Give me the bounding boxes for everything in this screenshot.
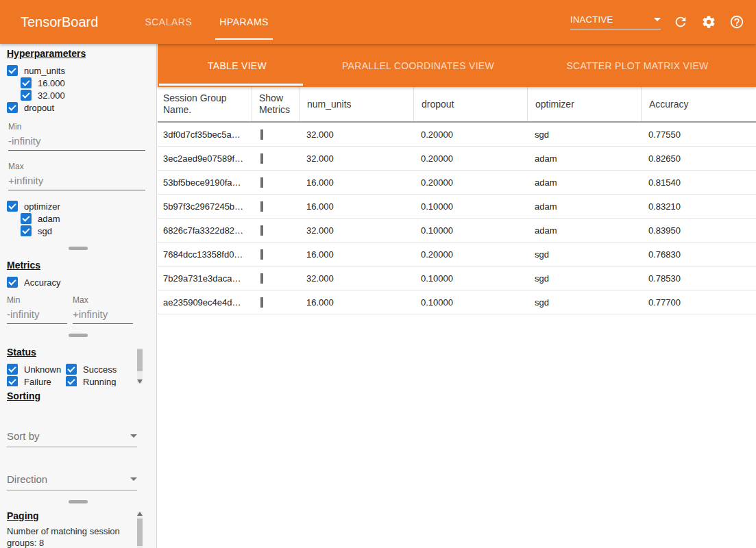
cell-num-units: 32.000 <box>299 129 413 140</box>
cell-optimizer: adam <box>527 153 641 164</box>
reload-mode-select[interactable]: INACTIVE <box>570 14 661 29</box>
hparam-dropout-label: dropout <box>24 103 54 113</box>
cell-num-units: 16.000 <box>299 297 413 308</box>
option-label: adam <box>38 214 60 224</box>
sort-by-select[interactable]: Sort by <box>7 427 137 447</box>
status-label: Unknown <box>24 364 61 375</box>
show-metrics-checkbox[interactable] <box>260 225 263 236</box>
dropout-max-field: Max <box>8 162 148 190</box>
cell-accuracy: 0.83210 <box>641 201 756 212</box>
hparam-num-units-option-32-row[interactable]: 32.000 <box>21 89 149 101</box>
hparam-num-units-row[interactable]: num_units <box>7 64 149 77</box>
nav-tab-scalars[interactable]: SCALARS <box>131 0 206 44</box>
checkbox-checked-icon[interactable] <box>66 376 77 386</box>
settings-button[interactable] <box>700 14 717 30</box>
tab-parallel-coordinates-view[interactable]: PARALLEL COORDINATES VIEW <box>317 44 520 87</box>
checkbox-checked-icon[interactable] <box>21 225 32 236</box>
show-metrics-checkbox[interactable] <box>260 249 263 260</box>
metric-accuracy-row[interactable]: Accuracy <box>7 276 149 288</box>
show-metrics-checkbox[interactable] <box>260 153 263 164</box>
cell-dropout: 0.10000 <box>413 273 527 284</box>
checkbox-checked-icon[interactable] <box>7 364 18 375</box>
status-heading: Status <box>7 347 149 358</box>
checkbox-checked-icon[interactable] <box>7 102 18 113</box>
cell-show-metrics <box>252 129 299 140</box>
cell-session-group-name: 53bf5bece9190fa… <box>158 177 252 188</box>
sorting-heading: Sorting <box>7 390 149 401</box>
table-row: 3ec2aed9e07589f… 32.000 0.20000 adam 0.8… <box>158 147 756 171</box>
hparam-optimizer-option-sgd-row[interactable]: sgd <box>21 225 149 237</box>
nav-tab-hparams[interactable]: HPARAMS <box>206 0 282 44</box>
help-icon <box>729 14 744 29</box>
cell-dropout: 0.10000 <box>413 225 527 236</box>
show-metrics-checkbox[interactable] <box>260 297 263 308</box>
pane-resize-handle[interactable] <box>69 500 88 503</box>
cell-dropout: 0.20000 <box>413 177 527 188</box>
status-scrollbar[interactable] <box>137 348 143 384</box>
status-label: Running <box>83 377 116 387</box>
scrollbar-thumb[interactable] <box>137 519 143 546</box>
hparam-num-units-option-16-row[interactable]: 16.000 <box>21 77 149 89</box>
cell-num-units: 32.000 <box>299 153 413 164</box>
checkbox-checked-icon[interactable] <box>21 77 32 88</box>
tab-table-view[interactable]: TABLE VIEW <box>158 44 317 87</box>
checkbox-checked-icon[interactable] <box>7 201 18 212</box>
show-metrics-checkbox[interactable] <box>260 177 263 188</box>
show-metrics-checkbox[interactable] <box>260 201 263 212</box>
pane-resize-handle[interactable] <box>69 334 88 337</box>
help-button[interactable] <box>729 14 745 30</box>
direction-select[interactable]: Direction <box>7 471 137 490</box>
checkbox-checked-icon[interactable] <box>7 277 18 288</box>
show-metrics-checkbox[interactable] <box>260 129 263 140</box>
paging-scrollbar[interactable] <box>137 512 143 548</box>
hparam-optimizer-option-adam-row[interactable]: adam <box>21 212 149 225</box>
table-row: 7684dcc13358fd0… 16.000 0.20000 sgd 0.76… <box>158 242 756 266</box>
refresh-icon <box>673 14 688 29</box>
checkbox-checked-icon[interactable] <box>7 376 18 386</box>
sorting-pane: Sorting Sort by Direction <box>0 386 156 495</box>
dropout-min-input[interactable] <box>8 133 145 151</box>
status-unknown-row[interactable]: Unknown <box>7 363 66 375</box>
pane-resize-handle[interactable] <box>69 247 88 250</box>
cell-dropout: 0.20000 <box>413 249 527 260</box>
scroll-down-icon[interactable] <box>137 379 143 384</box>
metric-min-field: Min <box>7 295 67 324</box>
metrics-heading: Metrics <box>7 260 149 271</box>
table-row: ae235909ec4e4d… 16.000 0.10000 sgd 0.777… <box>158 290 756 314</box>
scroll-up-icon[interactable] <box>137 512 143 516</box>
hparam-num-units-label: num_units <box>24 66 65 76</box>
paging-summary: Number of matching session groups: 8 <box>7 525 136 548</box>
cell-dropout: 0.10000 <box>413 297 527 308</box>
checkbox-checked-icon[interactable] <box>21 90 32 101</box>
metric-min-input[interactable] <box>7 306 67 324</box>
cell-optimizer: adam <box>527 177 641 188</box>
tab-scatter-plot-matrix-view[interactable]: SCATTER PLOT MATRIX VIEW <box>520 44 755 87</box>
dropout-max-input[interactable] <box>8 173 145 190</box>
cell-session-group-name: 7684dcc13358fd0… <box>158 249 252 260</box>
checkbox-checked-icon[interactable] <box>66 364 77 375</box>
direction-value: Direction <box>7 473 47 485</box>
app-header: TensorBoard SCALARS HPARAMS INACTIVE <box>0 0 756 44</box>
scrollbar-thumb[interactable] <box>137 349 143 371</box>
status-failure-row[interactable]: Failure <box>7 375 66 386</box>
checkbox-checked-icon[interactable] <box>21 213 32 224</box>
option-label: 32.000 <box>38 90 65 101</box>
hparam-optimizer-row[interactable]: optimizer <box>7 200 149 212</box>
metric-range-fields: Min Max <box>7 295 149 324</box>
metric-max-input[interactable] <box>73 306 133 324</box>
cell-session-group-name: 5b97f3c2967245b… <box>158 201 252 212</box>
table-row: 5b97f3c2967245b… 16.000 0.10000 adam 0.8… <box>158 195 756 219</box>
sidebar: Hyperparameters num_units 16.000 32.000 … <box>0 44 157 548</box>
metric-max-label: Max <box>73 295 133 305</box>
status-label: Failure <box>24 377 51 387</box>
show-metrics-checkbox[interactable] <box>260 273 263 284</box>
hparam-dropout-row[interactable]: dropout <box>7 101 149 114</box>
checkbox-checked-icon[interactable] <box>7 65 18 76</box>
refresh-button[interactable] <box>672 14 689 30</box>
cell-show-metrics <box>252 297 299 308</box>
cell-show-metrics <box>252 177 299 188</box>
session-groups-table: Session Group Name. Show Metrics num_uni… <box>158 87 756 314</box>
cell-dropout: 0.10000 <box>413 201 527 212</box>
top-nav: SCALARS HPARAMS <box>131 0 282 44</box>
cell-accuracy: 0.77550 <box>641 129 756 140</box>
